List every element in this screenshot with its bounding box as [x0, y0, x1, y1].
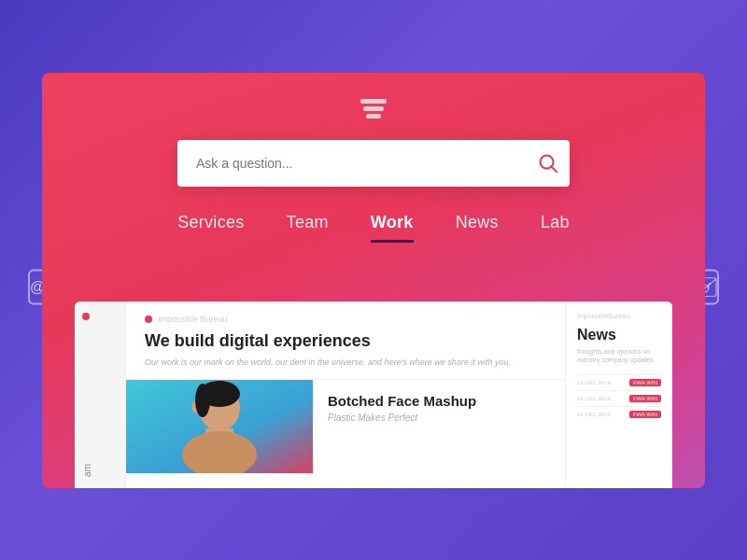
- nav-item-services[interactable]: Services: [177, 213, 244, 243]
- panel-image-row: Botched Face Mashup Plastic Makes Perfec…: [126, 380, 565, 473]
- panel-logo-text: Impossible Bureau: [158, 315, 228, 324]
- logo-layer-2: [363, 106, 384, 111]
- panel-logo-row: Impossible Bureau: [145, 315, 546, 324]
- search-container: [177, 140, 570, 187]
- search-input[interactable]: [177, 140, 570, 187]
- news-item-3: 19 DEC 2016 FWA WIN: [577, 406, 661, 418]
- panel-header: Impossible Bureau We build digital exper…: [126, 301, 565, 380]
- article-title: Botched Face Mashup: [328, 393, 550, 409]
- right-panel: ImpossibleBureau News thoughts and opini…: [565, 301, 672, 488]
- right-panel-heading: News: [577, 327, 661, 343]
- left-panel-label: am: [82, 464, 118, 477]
- news-item-1: 19 DEC 2016 FWA WIN: [577, 374, 661, 386]
- logo-layer-3: [366, 114, 381, 119]
- right-panel-logo: ImpossibleBureau: [577, 313, 661, 319]
- main-nav: Services Team Work News Lab: [42, 213, 705, 243]
- panel-text-right: Botched Face Mashup Plastic Makes Perfec…: [313, 380, 565, 473]
- svg-line-5: [552, 166, 557, 172]
- news-date-3: 19 DEC 2016: [577, 412, 611, 417]
- news-badge-1: FWA WIN: [629, 379, 661, 386]
- logo-icon: [357, 99, 390, 121]
- svg-point-12: [195, 384, 210, 417]
- panel-heading: We build digital experiences: [145, 331, 546, 352]
- news-date-2: 19 DEC 2016: [577, 396, 611, 401]
- panel-subtext: Our work is our mark on the world, our d…: [145, 357, 546, 370]
- search-button[interactable]: [538, 153, 558, 174]
- logo-layer-1: [360, 99, 387, 104]
- main-content-panel: Impossible Bureau We build digital exper…: [126, 301, 565, 488]
- nav-item-team[interactable]: Team: [287, 213, 329, 243]
- left-panel-dot: [82, 313, 90, 320]
- nav-item-work[interactable]: Work: [371, 213, 414, 243]
- right-panel-subtext: thoughts and opinions on industry compan…: [577, 347, 661, 366]
- panel-article-image: [126, 380, 313, 473]
- news-badge-2: FWA WIN: [629, 395, 661, 402]
- news-date-1: 19 DEC 2016: [577, 380, 611, 385]
- left-panel: am: [75, 301, 126, 488]
- logo-area: [42, 73, 705, 121]
- news-item-2: 19 DEC 2016 FWA WIN: [577, 390, 661, 402]
- article-subtitle: Plastic Makes Perfect: [328, 413, 550, 423]
- right-panel-items: 19 DEC 2016 FWA WIN 19 DEC 2016 FWA WIN …: [577, 374, 661, 418]
- nav-item-lab[interactable]: Lab: [541, 213, 570, 243]
- news-badge-3: FWA WIN: [629, 411, 661, 418]
- content-area: am Impossible Bureau We build digital ex…: [75, 301, 672, 488]
- page-wrapper: Services Team Work News Lab am Impossibl…: [0, 0, 747, 560]
- nav-item-news[interactable]: News: [456, 213, 499, 243]
- panel-logo-dot: [145, 315, 152, 323]
- main-card: Services Team Work News Lab am Impossibl…: [42, 73, 705, 488]
